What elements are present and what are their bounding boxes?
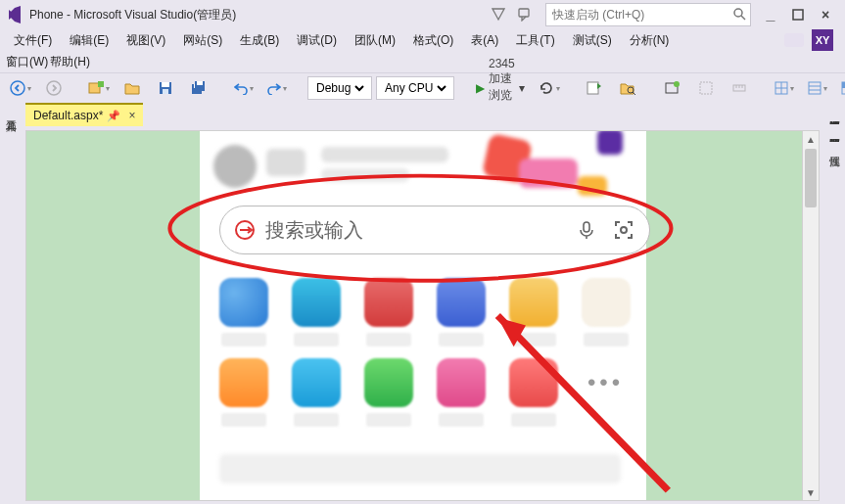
svg-rect-14 (197, 81, 203, 85)
solution-platform-combo[interactable]: Any CPU (376, 76, 454, 100)
scroll-up-button[interactable]: ▲ (803, 131, 819, 147)
menu-tools[interactable]: 工具(T) (508, 30, 562, 51)
app-tile[interactable] (292, 278, 341, 346)
menu-window[interactable]: 窗口(W) (6, 54, 48, 70)
nav-forward-button[interactable] (39, 77, 69, 99)
solution-config-combo[interactable]: Debug (307, 76, 372, 100)
app-tile[interactable] (582, 278, 631, 346)
ruler-button[interactable] (725, 77, 754, 99)
browse-button[interactable] (580, 77, 609, 99)
svg-rect-20 (700, 82, 712, 94)
play-icon: ▶ (476, 81, 485, 95)
quick-launch-box[interactable] (545, 3, 751, 26)
app-row-1 (219, 278, 631, 346)
solution-platform-select[interactable]: Any CPU (381, 80, 449, 96)
new-project-button[interactable]: ▾ (84, 77, 114, 99)
app-tile[interactable] (509, 278, 558, 346)
phone-search-placeholder: 搜索或输入 (265, 217, 561, 244)
svg-rect-15 (587, 82, 598, 94)
scan-icon[interactable] (612, 218, 635, 242)
redo-button[interactable]: ▾ (262, 77, 292, 99)
app-tile-more[interactable]: ••• (582, 358, 631, 427)
scroll-thumb[interactable] (805, 149, 817, 207)
document-tab-label: Default.aspx* (33, 109, 103, 122)
solution-explorer-tab[interactable]: 解决方案资源管理器 (825, 107, 844, 118)
app-tile[interactable] (364, 278, 413, 346)
titlebar: Phone - Microsoft Visual Studio(管理员) _ × (0, 0, 845, 29)
menu-website[interactable]: 网站(S) (175, 30, 230, 51)
menu-table[interactable]: 表(A) (463, 30, 506, 51)
table-color-button[interactable]: ▾ (836, 77, 845, 99)
menu-bar-row2: 窗口(W) 帮助(H) (0, 51, 845, 72)
svg-rect-34 (584, 222, 589, 232)
signin-placeholder-icon[interactable] (784, 33, 804, 47)
user-avatar-badge[interactable]: XY (812, 29, 833, 51)
svg-point-35 (621, 227, 627, 233)
app-tile[interactable] (437, 358, 486, 427)
app-tile[interactable] (364, 358, 413, 427)
nav-back-button[interactable]: ▾ (6, 77, 35, 99)
search-engine-icon (234, 219, 256, 241)
quick-launch-input[interactable] (550, 7, 732, 23)
menu-test[interactable]: 测试(S) (565, 30, 620, 51)
pin-icon[interactable]: 📌 (107, 110, 120, 122)
main-toolbar: ▾ ▾ ▾ ▾ Debug Any CPU ▶ 2345加速浏览器 ▾ ▾ (0, 72, 845, 103)
table-insert-button[interactable]: ▾ (770, 77, 799, 99)
svg-line-2 (741, 16, 745, 20)
microphone-icon[interactable] (575, 218, 598, 242)
table-layout-button[interactable]: ▾ (803, 77, 832, 99)
app-tile[interactable] (219, 358, 268, 427)
save-button[interactable] (151, 77, 180, 99)
document-tab-default-aspx[interactable]: Default.aspx* 📌 × (25, 103, 143, 126)
find-in-files-button[interactable] (613, 77, 642, 99)
open-file-button[interactable] (117, 77, 147, 99)
scroll-down-button[interactable]: ▼ (803, 484, 819, 500)
svg-rect-0 (519, 9, 529, 17)
notifications-icon[interactable] (487, 3, 510, 26)
close-tab-icon[interactable]: × (128, 109, 135, 122)
toolbox-tab[interactable]: 工具箱 (2, 107, 21, 118)
headline-blur-region (219, 454, 621, 483)
menu-analyze[interactable]: 分析(N) (622, 30, 678, 51)
scroll-track[interactable] (803, 147, 819, 484)
svg-rect-3 (793, 10, 803, 20)
browser-refresh-button[interactable]: ▾ (535, 77, 564, 99)
app-tile[interactable] (292, 358, 341, 427)
svg-rect-9 (162, 82, 169, 87)
app-tile[interactable] (437, 278, 486, 346)
search-icon[interactable] (732, 7, 746, 23)
save-all-button[interactable] (184, 77, 213, 99)
svg-rect-10 (163, 89, 168, 94)
new-inline-style-button[interactable] (658, 77, 687, 99)
svg-point-4 (11, 81, 24, 95)
window-title: Phone - Microsoft Visual Studio(管理员) (29, 7, 236, 23)
app-tile[interactable] (219, 278, 268, 346)
phone-search-bar[interactable]: 搜索或输入 (219, 206, 650, 254)
target-schema-button[interactable] (691, 77, 721, 99)
close-button[interactable]: × (812, 5, 839, 24)
start-debug-button[interactable]: ▶ 2345加速浏览器 ▾ (470, 77, 531, 99)
menu-view[interactable]: 视图(V) (118, 30, 173, 51)
feedback-icon[interactable] (514, 3, 538, 26)
menu-edit[interactable]: 编辑(E) (62, 30, 117, 51)
menu-bar: 文件(F) 编辑(E) 视图(V) 网站(S) 生成(B) 调试(D) 团队(M… (0, 29, 845, 51)
properties-tab[interactable]: 属性 (825, 142, 844, 154)
vertical-scrollbar[interactable]: ▲ ▼ (802, 131, 819, 500)
team-explorer-tab[interactable]: 团队资源管理器 (825, 124, 844, 136)
menu-team[interactable]: 团队(M) (347, 30, 403, 51)
designer-viewport[interactable]: 搜索或输入 (25, 130, 820, 501)
minimize-button[interactable]: _ (757, 5, 784, 24)
app-tile[interactable] (509, 358, 558, 427)
svg-rect-28 (809, 82, 821, 94)
menu-file[interactable]: 文件(F) (6, 30, 60, 51)
maximize-button[interactable] (784, 5, 812, 24)
svg-point-5 (47, 81, 61, 95)
menu-build[interactable]: 生成(B) (232, 30, 287, 51)
solution-config-select[interactable]: Debug (312, 80, 367, 96)
undo-button[interactable]: ▾ (229, 77, 258, 99)
menu-help[interactable]: 帮助(H) (50, 54, 90, 70)
svg-point-1 (734, 9, 742, 17)
document-tab-well: Default.aspx* 📌 × (22, 103, 823, 126)
menu-debug[interactable]: 调试(D) (289, 30, 345, 51)
menu-format[interactable]: 格式(O) (405, 30, 461, 51)
